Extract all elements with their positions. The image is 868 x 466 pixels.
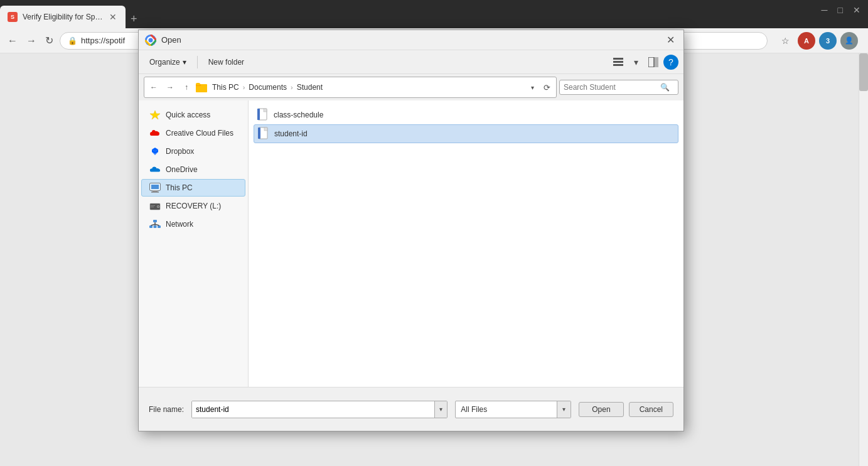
sidebar-item-recovery[interactable]: RECOVERY (L:) [141,197,245,215]
browser-window-controls: ─ □ ✕ [814,0,868,20]
svg-rect-30 [158,225,161,228]
addr-up-button[interactable]: ↑ [179,80,193,94]
this-pc-icon [149,183,161,193]
search-box[interactable]: 🔍 [559,80,678,95]
svg-rect-10 [196,83,200,85]
view-list-button[interactable] [611,55,626,70]
dropbox-label: Dropbox [166,147,194,156]
profile-icon[interactable]: 👤 [840,32,858,50]
file-icon-class-schedule [257,108,270,122]
sidebar-item-network[interactable]: Network [141,215,245,233]
svg-point-2 [149,38,153,42]
footer-buttons: Open Cancel [579,402,673,417]
creative-cloud-icon [149,128,161,138]
open-button[interactable]: Open [579,402,623,417]
svg-rect-36 [264,109,267,112]
chrome-icon [145,35,156,46]
sidebar-item-onedrive[interactable]: OneDrive [141,161,245,178]
file-name-class-schedule: class-schedule [274,111,323,119]
filename-dropdown-arrow[interactable]: ▾ [434,401,447,418]
new-folder-button[interactable]: New folder [203,55,250,69]
svg-rect-7 [655,57,658,67]
sidebar-item-this-pc[interactable]: This PC [141,179,245,197]
file-item-student-id[interactable]: student-id [254,124,678,143]
filename-field-wrapper[interactable]: ▾ [191,401,447,418]
filename-input[interactable] [192,401,434,418]
addr-forward-button[interactable]: → [163,80,177,94]
this-pc-label: This PC [166,183,193,192]
active-tab[interactable]: S Verify Eligibility for Spotify Stude ✕ [0,6,126,28]
maximize-button[interactable]: □ [838,5,843,15]
address-text: https://spotif [81,36,125,45]
creative-cloud-label: Creative Cloud Files [166,129,233,138]
svg-rect-5 [613,64,623,66]
breadcrumb-path: This PC › Documents › Student [210,82,525,92]
svg-line-34 [155,224,159,225]
minimize-button[interactable]: ─ [822,5,828,15]
open-dialog: Open ✕ Organize ▾ New folder ▾ [138,30,684,431]
organize-button[interactable]: Organize ▾ [144,55,192,69]
dialog-address-section: ← → ↑ This PC › Documents › Student ▾ ⟳ … [139,74,683,100]
file-item-class-schedule[interactable]: class-schedule [254,106,678,124]
toolbar-view-controls: ▾ ? [611,55,678,70]
sidebar-item-creative-cloud[interactable]: Creative Cloud Files [141,124,245,142]
dialog-addressbar: ← → ↑ This PC › Documents › Student ▾ ⟳ [144,77,557,98]
breadcrumb-dropdown-arrow[interactable]: ▾ [527,80,537,94]
lock-icon: 🔒 [68,36,77,45]
dialog-toolbar: Organize ▾ New folder ▾ ? [139,50,683,74]
svg-rect-26 [151,207,154,207]
search-input[interactable] [564,83,658,92]
extension-icon-blue[interactable]: 3 [819,32,837,50]
addr-back-button[interactable]: ← [147,80,161,94]
help-button[interactable]: ? [663,55,678,70]
breadcrumb-documents[interactable]: Documents [246,82,289,92]
organize-label: Organize [149,58,180,67]
browser-action-icons: ☆ A 3 👤 [771,32,863,50]
addr-refresh-button[interactable]: ⟳ [540,80,554,94]
breadcrumb-sep-2: › [291,84,293,91]
sidebar-item-quick-access[interactable]: Quick access [141,106,245,124]
sidebar-nav: Quick access Creative Cloud Files [139,100,249,387]
file-list-area[interactable]: class-schedule student-id [249,100,683,387]
extension-icon-red[interactable]: A [798,32,815,50]
dialog-body: Quick access Creative Cloud Files [139,100,683,387]
preview-pane-button[interactable] [646,55,661,70]
svg-rect-25 [151,205,155,206]
file-icon-student-id [258,127,271,141]
star-icon[interactable]: ☆ [776,32,794,50]
svg-line-32 [151,224,156,225]
filetype-dropdown-arrow[interactable]: ▾ [557,401,571,418]
new-tab-button[interactable]: + [126,10,142,28]
dialog-titlebar: Open ✕ [139,30,683,50]
svg-point-24 [158,206,159,207]
breadcrumb-student[interactable]: Student [294,82,325,92]
svg-rect-20 [151,185,159,189]
svg-rect-18 [153,190,158,192]
sidebar-item-dropbox[interactable]: Dropbox [141,143,245,160]
cancel-button[interactable]: Cancel [629,402,673,417]
network-icon [149,219,161,229]
close-window-button[interactable]: ✕ [853,5,860,15]
svg-rect-19 [151,192,159,193]
forward-button[interactable]: → [24,33,39,49]
filetype-select-wrapper[interactable]: All Files ▾ [455,401,571,418]
scrollbar-thumb[interactable] [859,53,868,91]
breadcrumb-this-pc[interactable]: This PC [210,82,242,92]
network-label: Network [166,220,193,229]
svg-rect-39 [257,109,260,120]
recovery-label: RECOVERY (L:) [166,202,221,210]
back-button[interactable]: ← [5,33,20,49]
tab-bar: S Verify Eligibility for Spotify Stude ✕… [0,0,142,28]
refresh-button[interactable]: ↻ [43,32,56,49]
search-icon[interactable]: 🔍 [660,83,670,92]
organize-dropdown-arrow: ▾ [183,58,186,67]
svg-rect-42 [258,127,260,139]
browser-chrome: S Verify Eligibility for Spotify Stude ✕… [0,0,868,28]
view-dropdown-button[interactable]: ▾ [628,55,643,70]
toolbar-separator [197,56,198,68]
svg-rect-41 [264,127,267,131]
page-scrollbar[interactable] [859,53,868,466]
file-name-label: File name: [149,405,184,414]
dialog-close-button[interactable]: ✕ [663,33,677,47]
tab-close-button[interactable]: ✕ [109,12,117,22]
